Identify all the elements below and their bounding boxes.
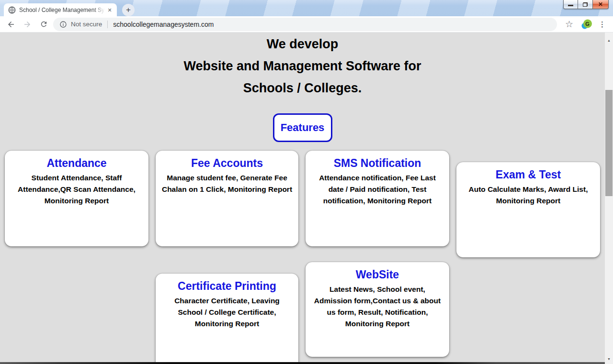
address-bar[interactable]: Not secure schoolcollegemanagesystem.com xyxy=(53,18,557,31)
heading-line-2: Website and Management Software for xyxy=(0,55,605,77)
minimize-icon xyxy=(568,5,573,6)
page-heading: We develop Website and Management Softwa… xyxy=(0,33,605,99)
forward-icon xyxy=(23,20,32,29)
not-secure-label: Not secure xyxy=(71,21,102,28)
features-button[interactable]: Features xyxy=(273,113,332,142)
browser-window: School / College Management Sy ✕ + ✕ Not… xyxy=(0,0,613,364)
close-button[interactable]: ✕ xyxy=(593,0,609,9)
card-title: SMS Notification xyxy=(311,157,443,170)
card-body: Attendance notification, Fee Last date /… xyxy=(311,172,443,207)
minimize-button[interactable] xyxy=(563,0,578,9)
feature-card-attendance[interactable]: Attendance Student Attendance, Staff Att… xyxy=(5,151,148,246)
card-body: Auto Calculate Marks, Award List, Monito… xyxy=(462,184,594,207)
page-bottom-dark-strip xyxy=(0,362,605,364)
info-icon[interactable] xyxy=(59,21,67,28)
card-body: Manage student fee, Generate Fee Chalan … xyxy=(161,172,293,195)
card-title: Certificate Printing xyxy=(161,280,293,293)
feature-card-certificate-printing[interactable]: Certificate Printing Character Certifica… xyxy=(156,274,298,364)
back-button[interactable] xyxy=(4,18,18,31)
back-icon xyxy=(7,20,15,29)
card-title: Exam & Test xyxy=(462,168,594,181)
heading-line-3: Schools / Colleges. xyxy=(0,77,605,99)
page-viewport: We develop Website and Management Softwa… xyxy=(0,33,613,364)
profile-avatar[interactable]: G xyxy=(581,19,592,30)
feature-card-sms-notification[interactable]: SMS Notification Attendance notification… xyxy=(306,151,449,246)
restore-icon xyxy=(583,2,588,7)
feature-card-exam-test[interactable]: Exam & Test Auto Calculate Marks, Award … xyxy=(456,162,600,257)
close-icon: ✕ xyxy=(598,1,603,7)
reload-icon xyxy=(40,20,48,28)
tab-close-icon[interactable]: ✕ xyxy=(106,6,114,14)
scroll-up-icon[interactable]: ▲ xyxy=(605,36,613,44)
bookmark-star-icon[interactable]: ☆ xyxy=(565,19,573,30)
svg-text:G: G xyxy=(585,21,590,26)
card-title: Fee Accounts xyxy=(161,157,293,170)
forward-button[interactable] xyxy=(21,18,34,31)
reload-button[interactable] xyxy=(37,18,50,31)
card-title: WebSite xyxy=(311,268,443,281)
vertical-scrollbar[interactable]: ▲ ▼ xyxy=(605,33,613,364)
new-tab-button[interactable]: + xyxy=(122,4,135,16)
restore-button[interactable] xyxy=(578,0,593,9)
url-text: schoolcollegemanagesystem.com xyxy=(113,21,214,28)
card-body: Character Certificate, Leaving School / … xyxy=(161,295,293,330)
chrome-menu-icon[interactable]: ⋮ xyxy=(599,20,606,29)
globe-favicon-icon xyxy=(8,6,16,14)
feature-card-website[interactable]: WebSite Latest News, School event, Admis… xyxy=(306,262,449,357)
card-body: Student Attendance, Staff Attendance,QR … xyxy=(11,172,143,207)
heading-line-1: We develop xyxy=(0,33,605,55)
tab-title: School / College Management Sy xyxy=(19,7,106,13)
feature-card-fee-accounts[interactable]: Fee Accounts Manage student fee, Generat… xyxy=(156,151,298,246)
card-body: Latest News, School event, Admission for… xyxy=(311,284,443,330)
card-title: Attendance xyxy=(11,157,143,170)
scrollbar-thumb[interactable] xyxy=(605,90,613,196)
browser-tab[interactable]: School / College Management Sy ✕ xyxy=(4,3,117,16)
tab-strip: School / College Management Sy ✕ + ✕ xyxy=(0,0,613,16)
page-content: We develop Website and Management Softwa… xyxy=(0,33,605,142)
omnibox-divider xyxy=(107,21,108,28)
scroll-down-icon[interactable]: ▼ xyxy=(605,355,613,363)
window-controls: ✕ xyxy=(563,0,609,9)
browser-toolbar: Not secure schoolcollegemanagesystem.com… xyxy=(0,16,613,33)
